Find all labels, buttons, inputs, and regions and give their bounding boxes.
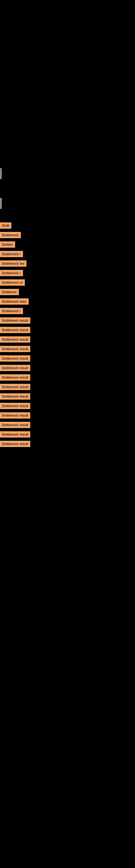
bottleneck-result-badge[interactable]: Bottleneck result (0, 412, 30, 418)
bottleneck-result-badge[interactable]: Bottleneck result (0, 336, 30, 343)
cursor-line-2 (1, 198, 1, 209)
bottleneck-result-row: Bottleneck resu (0, 299, 135, 305)
bottleneck-result-row: Bottleneck r (0, 308, 135, 314)
bottleneck-result-badge[interactable]: Bottleneck r (0, 308, 23, 314)
bottleneck-result-badge[interactable]: Bottleneck result (0, 374, 30, 380)
bottleneck-result-badge[interactable]: Bottlen (0, 241, 15, 248)
bottleneck-result-badge[interactable]: Bottleneck result (0, 346, 30, 352)
bottleneck-result-badge[interactable]: Bottleneck result (0, 441, 30, 447)
bottleneck-result-badge[interactable]: Bottleneck resu (0, 299, 29, 305)
bottleneck-result-badge[interactable]: Bottleneck r (0, 251, 23, 257)
bottleneck-result-badge[interactable]: Bottleneck result (0, 365, 30, 371)
bottleneck-result-badge[interactable]: Bottleneck result (0, 317, 30, 323)
bottleneck-result-badge[interactable]: Bottleneck result (0, 422, 30, 428)
bottleneck-result-row: Bottleneck re (0, 279, 135, 286)
bottleneck-result-row: Bottleneck result (0, 441, 135, 447)
bottleneck-result-row: Bottlen (0, 241, 135, 248)
bottleneck-result-badge[interactable]: Bottleneck (0, 232, 21, 238)
bottleneck-result-row: Bottleneck result (0, 355, 135, 362)
bottleneck-result-badge[interactable]: Bottleneck result (0, 431, 30, 437)
bottleneck-result-badge[interactable]: Bottleneck result (0, 355, 30, 362)
cursor-line-1 (1, 168, 1, 179)
bottleneck-result-row: Bottleneck result (0, 431, 135, 437)
bottleneck-result-row: Bottlenec (0, 289, 135, 295)
bottleneck-result-row: Bottleneck result (0, 374, 135, 380)
bottleneck-results-container: BottlBottleneckBottlenBottleneck rBottle… (0, 222, 135, 450)
bottleneck-result-badge[interactable]: Bottleneck re (0, 279, 25, 286)
bottleneck-result-row: Bottleneck (0, 232, 135, 238)
bottleneck-result-badge[interactable]: Bottleneck result (0, 384, 30, 390)
bottleneck-result-row: Bottleneck result (0, 412, 135, 418)
bottleneck-result-row: Bottleneck result (0, 317, 135, 323)
bottleneck-result-row: Bottl (0, 222, 135, 229)
bottleneck-result-badge[interactable]: Bottleneck result (0, 403, 30, 409)
bottleneck-result-badge[interactable]: Bottleneck result (0, 393, 30, 400)
bottleneck-result-badge[interactable]: Bottleneck result (0, 327, 30, 333)
bottleneck-result-row: Bottleneck result (0, 346, 135, 352)
bottleneck-result-row: Bottleneck result (0, 365, 135, 371)
bottleneck-result-badge[interactable]: Bottleneck r (0, 270, 23, 276)
bottleneck-result-row: Bottleneck result (0, 422, 135, 428)
bottleneck-result-row: Bottleneck res (0, 260, 135, 267)
bottleneck-result-row: Bottleneck result (0, 393, 135, 400)
bottleneck-result-badge[interactable]: Bottl (0, 222, 11, 229)
bottleneck-result-row: Bottleneck result (0, 327, 135, 333)
bottleneck-result-row: Bottleneck r (0, 270, 135, 276)
bottleneck-result-row: Bottleneck r (0, 251, 135, 257)
bottleneck-result-row: Bottleneck result (0, 336, 135, 343)
bottleneck-result-row: Bottleneck result (0, 403, 135, 409)
bottleneck-result-row: Bottleneck result (0, 384, 135, 390)
bottleneck-result-badge[interactable]: Bottleneck res (0, 260, 27, 267)
bottleneck-result-badge[interactable]: Bottlenec (0, 289, 19, 295)
